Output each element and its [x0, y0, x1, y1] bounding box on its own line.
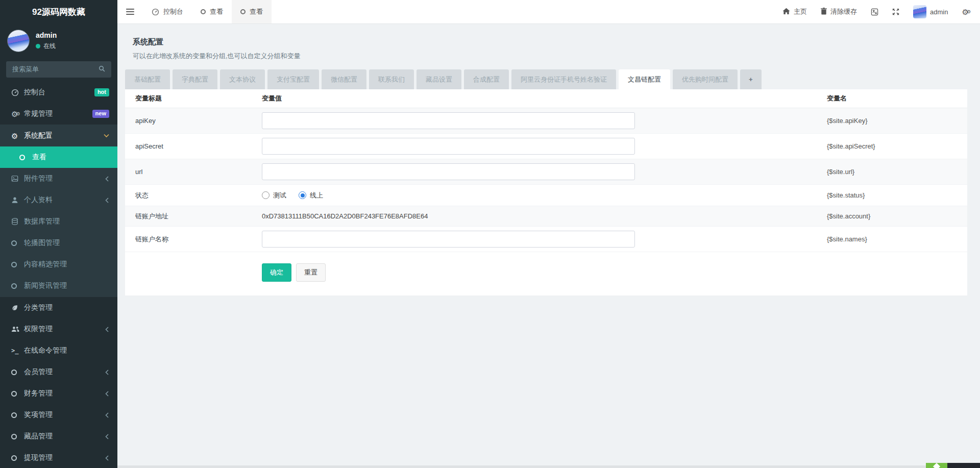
config-panel: 变量标题 变量值 变量名 apiKey{$site.apiKey}apiSecr… — [125, 89, 967, 295]
config-tab-9[interactable]: 文昌链配置 — [619, 69, 670, 89]
gear-icon: ⚙ — [11, 132, 24, 140]
add-tab-button[interactable]: + — [740, 69, 762, 89]
topbar-tab-0[interactable]: 控制台 — [143, 0, 192, 23]
sidebar-item-featured[interactable]: 内容精选管理 — [0, 254, 117, 275]
config-value-input[interactable] — [262, 163, 635, 180]
users-icon — [11, 326, 24, 333]
config-tab-1[interactable]: 字典配置 — [173, 69, 217, 89]
sidebar-item-withdraw[interactable]: 提现管理 — [0, 447, 117, 468]
config-value-input[interactable] — [262, 112, 635, 129]
topbar: 控制台查看查看 主页 清除缓存 admin ⚙⚙ — [117, 0, 980, 24]
config-value-input[interactable] — [262, 231, 635, 248]
bottom-right-overlay — [926, 463, 980, 468]
user-status: 在线 — [43, 42, 56, 51]
leaf-icon — [11, 304, 24, 311]
clear-cache-label: 清除缓存 — [830, 7, 857, 16]
sidebar-item-view[interactable]: 查看 — [0, 146, 117, 168]
sidebar-item-label: 权限管理 — [24, 325, 53, 334]
sidebar: 92源码网数藏 admin 在线 搜索菜单 控制台hot⚙⚙常规管理new⚙系统… — [0, 0, 117, 468]
chevron-left-icon — [105, 370, 109, 375]
sidebar-item-label: 藏品管理 — [24, 432, 53, 441]
settings-gear-icon[interactable]: ⚙⚙ — [962, 8, 971, 16]
language-icon[interactable] — [871, 8, 878, 16]
circle-icon — [11, 455, 24, 461]
config-tab-5[interactable]: 联系我们 — [369, 69, 414, 89]
row-var-name: {$site.status} — [827, 191, 967, 199]
config-tab-2[interactable]: 文本协议 — [220, 69, 265, 89]
submit-button[interactable]: 确定 — [262, 263, 291, 282]
sidebar-item-finance[interactable]: 财务管理 — [0, 383, 117, 404]
sidebar-item-member[interactable]: 会员管理 — [0, 361, 117, 383]
topbar-tab-label: 查看 — [250, 7, 263, 16]
config-tab-6[interactable]: 藏品设置 — [416, 69, 461, 89]
variable-name: {$site.url} — [827, 168, 854, 176]
sidebar-item-collection[interactable]: 藏品管理 — [0, 426, 117, 447]
clear-cache-button[interactable]: 清除缓存 — [821, 7, 857, 16]
radio-unchecked-icon[interactable] — [262, 191, 270, 199]
sidebar-item-label: 提现管理 — [24, 453, 53, 462]
variable-name: {$site.account} — [827, 212, 870, 220]
reset-button[interactable]: 重置 — [296, 263, 326, 282]
sidebar-item-news[interactable]: 新闻资讯管理 — [0, 275, 117, 297]
horizontal-scrollbar[interactable] — [117, 465, 980, 468]
sidebar-item-config[interactable]: ⚙系统配置 — [0, 125, 117, 146]
radio-checked-icon[interactable] — [299, 191, 306, 199]
sidebar-item-banner[interactable]: 轮播图管理 — [0, 232, 117, 254]
row-var-name: {$site.apiKey} — [827, 117, 967, 125]
sidebar-item-console[interactable]: 控制台hot — [0, 82, 117, 103]
home-label: 主页 — [794, 7, 807, 16]
fullscreen-icon[interactable] — [892, 8, 899, 15]
config-tab-0[interactable]: 基础配置 — [125, 69, 170, 89]
row-var-name: {$site.apiSecret} — [827, 142, 967, 150]
overlay-green-icon — [926, 463, 947, 468]
config-tab-3[interactable]: 支付宝配置 — [267, 69, 319, 89]
database-icon — [11, 218, 24, 225]
topbar-tab-label: 控制台 — [163, 7, 183, 16]
sidebar-item-award[interactable]: 奖项管理 — [0, 404, 117, 426]
chevron-left-icon — [105, 434, 109, 439]
sidebar-item-label: 新闻资讯管理 — [24, 281, 67, 290]
sidebar-item-label: 控制台 — [24, 88, 45, 97]
row-value: 0xD73813111B50CA16D2A2D0BF243FE76E8AFD8E… — [262, 212, 827, 220]
sidebar-item-label: 会员管理 — [24, 367, 53, 377]
menu-search-input[interactable]: 搜索菜单 — [6, 61, 111, 78]
user-menu[interactable]: admin — [913, 5, 948, 18]
variable-name: {$site.status} — [827, 191, 865, 199]
radio-option-测试[interactable]: 测试 — [262, 191, 286, 200]
topbar-avatar — [913, 5, 926, 18]
menu-toggle-button[interactable] — [117, 0, 143, 23]
config-value-input[interactable] — [262, 138, 635, 155]
search-icon — [99, 65, 105, 73]
config-tab-10[interactable]: 优先购时间配置 — [673, 69, 738, 89]
home-button[interactable]: 主页 — [782, 7, 807, 16]
sidebar-item-command[interactable]: >_在线命令管理 — [0, 340, 117, 361]
chevron-left-icon — [105, 455, 109, 461]
config-tabs: 基础配置字典配置文本协议支付宝配置微信配置联系我们藏品设置合成配置阿里云身份证手… — [125, 69, 967, 89]
sidebar-item-general[interactable]: ⚙⚙常规管理new — [0, 103, 117, 125]
topbar-tab-2[interactable]: 查看 — [232, 0, 272, 23]
sidebar-item-attachment[interactable]: 附件管理 — [0, 168, 117, 189]
menu-search-placeholder: 搜索菜单 — [12, 65, 99, 74]
topbar-tab-1[interactable]: 查看 — [192, 0, 232, 23]
table-row: apiSecret{$site.apiSecret} — [125, 134, 967, 159]
chevron-left-icon — [105, 327, 109, 332]
table-header: 变量标题 变量值 变量名 — [125, 89, 967, 108]
user-avatar — [7, 30, 30, 52]
variable-name: {$site.names} — [827, 235, 867, 243]
sidebar-item-profile[interactable]: 个人资料 — [0, 189, 117, 211]
radio-option-线上[interactable]: 线上 — [299, 191, 323, 200]
topbar-username: admin — [930, 8, 948, 16]
sidebar-item-label: 内容精选管理 — [24, 260, 67, 269]
sidebar-item-auth[interactable]: 权限管理 — [0, 318, 117, 340]
user-name: admin — [36, 31, 57, 39]
gears-icon: ⚙⚙ — [11, 110, 24, 118]
radio-label: 测试 — [273, 191, 286, 200]
radio-label: 线上 — [310, 191, 323, 200]
sidebar-item-database[interactable]: 数据库管理 — [0, 211, 117, 232]
config-tab-8[interactable]: 阿里云身份证手机号姓名验证 — [511, 69, 616, 89]
sidebar-item-category[interactable]: 分类管理 — [0, 297, 117, 318]
config-tab-4[interactable]: 微信配置 — [322, 69, 366, 89]
main-content: 系统配置 可以在此增改系统的变量和分组,也可以自定义分组和变量 基础配置字典配置… — [117, 24, 980, 468]
sidebar-item-label: 附件管理 — [24, 174, 53, 183]
config-tab-7[interactable]: 合成配置 — [464, 69, 509, 89]
